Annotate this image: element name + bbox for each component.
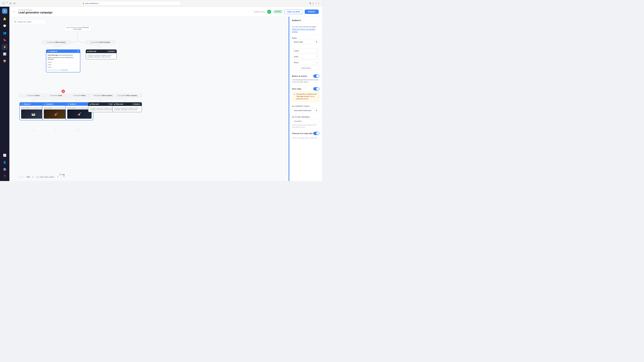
flow-end-jump[interactable]: ↗ Jump to [107,50,115,52]
sidebar-item-messages[interactable]: 💬 [2,23,8,29]
panel-title: Action 4 [289,17,322,23]
sidebar-item-settings[interactable]: ⚙️ [2,166,8,172]
plus-branch-guitar[interactable]: + [32,98,34,101]
save-reply-toggle[interactable] [313,87,319,90]
action6-body: Send media via incoming channel 🎻 [42,106,70,120]
action4-settings-icon[interactable]: ⚙ [78,51,79,52]
sidebar-item-tags[interactable]: 🔖 [2,37,8,43]
search-icon: 🔍 [14,21,16,23]
piano-icon: 🎹 [32,112,35,116]
sidebar: S 🔔 💬 👥 🔖 ⚡ 📊 📦 📈 👤 ⚙️ ❓ [0,7,10,181]
sidebar-item-help[interactable]: ❓ [2,173,8,179]
timeout-label: Timeout if no reply after [292,132,313,134]
plus-below-action5[interactable]: + [32,129,34,132]
fullscreen-button[interactable]: ⛶ [20,176,22,178]
condition-value: Other answers [55,41,66,43]
flow-end-top[interactable]: ■ Flow end ↗ Jump to The flow can jump t… [86,49,117,59]
flow-canvas[interactable]: 🔍 [10,17,288,181]
contact-field-section: AS CONTACT FIELD Interested Instrument ▼ [289,104,322,114]
browser-forward[interactable]: → [13,2,16,4]
sidebar-item-commerce[interactable]: 📦 [2,58,8,64]
timeout-info: Timeout if no reply after [292,132,313,134]
sidebar-item-reports[interactable]: 📈 [2,152,8,158]
back-button[interactable]: ← [13,10,16,13]
branch-section: Button as branch Automatically generate … [289,72,322,85]
violin-remove-button[interactable]: × [316,55,318,58]
action4-msg: Send Message via Incoming channel [48,54,79,56]
flow-end-timeout-jump[interactable]: ↗ Jump to [132,103,140,105]
button-as-branch-row: Button as branch [292,74,319,78]
flow-end-timeout[interactable]: ■ Flow end ↗ Jump to The flow can jump t… [112,102,142,112]
delete-action4-button[interactable]: 🗑 [62,90,65,93]
browser-menu[interactable]: ⋮⋮ [315,2,320,5]
app-logo: S [2,8,8,14]
panel-info-link[interactable]: within the 24-hour conversation window. [292,28,315,33]
canvas-wrapper: 🔍 [10,17,322,181]
save-response-text: Save response as field [66,27,82,28]
browser-share[interactable]: ⬆ [309,2,311,5]
warning-text: Turning this on will also turn "Message … [296,93,318,100]
branch-label: Button as branch [292,75,307,77]
zoom-out-button[interactable]: − [23,176,24,178]
browser-back[interactable]: ← [10,2,12,4]
breadcrumb: FLOW BUILDER [18,9,52,11]
sidebar-item-contacts[interactable]: 👥 [2,30,8,36]
plus-connector-left[interactable]: + [54,45,56,48]
contact-field-dropdown[interactable]: Interested Instrument ▼ [292,108,319,113]
avatar: E [267,10,271,14]
search-bar: 🔍 [12,19,46,24]
timeout-toggle[interactable] [313,132,319,135]
plus-branch-other[interactable]: + [100,98,103,101]
violin-label: Violin [294,56,298,58]
guitar-remove-button[interactable]: × [316,49,318,52]
sidebar-item-analytics[interactable]: 📊 [2,51,8,57]
action7-msg: Send media via incoming channel [67,107,92,109]
action7-title: Action 7 [70,103,76,105]
action4-question: Which instrument are you interested in l… [48,57,79,60]
button-type-label: Button [292,37,319,39]
contact-field-value: Interested Instrument [294,109,311,111]
log-label: Log [62,173,64,175]
sidebar-item-flows[interactable]: ⚡ [2,44,8,50]
plus-branch-violin[interactable]: + [54,98,57,101]
branch-desc: Automatically generate branches based on… [292,79,319,83]
button-section: Button Quick reply ▼ [289,35,322,46]
save-draft-button[interactable]: Save as draft [284,9,303,14]
guitar-label: Guitar [294,50,299,52]
flow-end-title: Flow end [89,50,96,52]
timeout-row: Timeout if no reply after [289,130,322,137]
action5-title: Action 5 [24,103,30,105]
branch-toggle[interactable] [313,74,319,78]
log-button[interactable]: 📋 Log [56,172,67,176]
page-header: ← FLOW BUILDER Lead generation campaign … [10,7,322,17]
browser-add-tab[interactable]: + [312,2,314,5]
button-tag-guitar: Guitar × [292,48,319,53]
browser-url-bar[interactable]: 🔒 beta.sleekflow.io [80,1,181,5]
plus-below-action6[interactable]: + [54,129,57,132]
plus-branch-timeout[interactable]: + [125,98,128,101]
plus-connector-top[interactable]: + [76,37,79,39]
sidebar-bottom: 📈 👤 ⚙️ ❓ [2,152,8,179]
action7-media: 🎸 [67,109,92,119]
browser-bar: ▼ ← → 🔒 beta.sleekflow.io ⬆ + ⋮⋮ [0,0,322,7]
piano-remove-button[interactable]: × [316,61,318,64]
add-button-row[interactable]: + Add button [292,66,319,70]
url-text: beta.sleekflow.io [85,2,99,4]
plus-branch-piano[interactable]: + [77,98,80,101]
action6-header: ⚡ Action 6 [42,103,70,106]
plus-connector-right[interactable]: + [98,45,100,48]
button-type-dropdown[interactable]: Quick reply ▼ [292,40,319,44]
flow-end-top-desc: The flow can jump to another node if ava… [87,54,115,58]
sidebar-item-team[interactable]: 👤 [2,159,8,165]
publish-button[interactable]: Publish [305,9,319,14]
search-input[interactable] [18,21,44,23]
sidebar-item-notifications[interactable]: 🔔 [2,16,8,22]
action4-node[interactable]: ⚡ Action 4 ⚙ Send Message via Incoming c… [46,49,80,72]
nodes-count: 11 / 500 nodes added [36,176,54,178]
zoom-in-button[interactable]: + [32,176,34,178]
flow-end-top-body: The flow can jump to another node if ava… [86,53,116,59]
button-tag-piano: Piano × [292,60,319,65]
browser-nav: ▼ [2,2,8,5]
flow-variable-input[interactable] [292,119,319,123]
plus-below-action7[interactable]: + [77,129,80,132]
